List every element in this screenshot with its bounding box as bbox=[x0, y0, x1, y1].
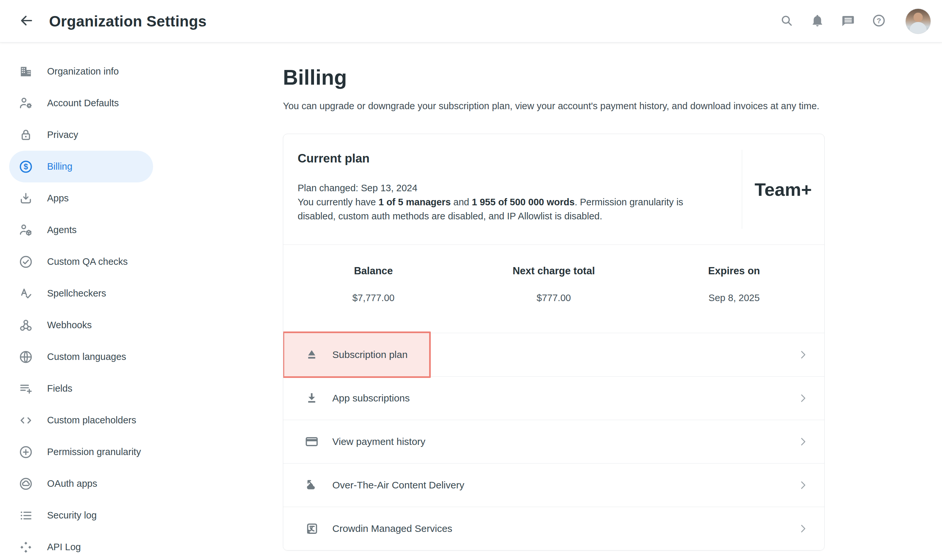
plan-changed-text: Plan changed: Sep 13, 2024 bbox=[298, 181, 722, 195]
row-subscription-plan[interactable]: Subscription plan bbox=[283, 333, 824, 376]
main-layout: Organization info Account Defaults Priva… bbox=[0, 43, 942, 560]
billing-summary: Balance $7,777.00 Next charge total $777… bbox=[283, 245, 824, 333]
back-arrow-icon bbox=[19, 13, 34, 30]
spellcheck-icon bbox=[19, 286, 33, 301]
managers-usage: 1 of 5 managers bbox=[378, 197, 451, 207]
plan-usage-text: You currently have 1 of 5 managers and 1… bbox=[298, 195, 722, 223]
summary-next-charge: Next charge total $777.00 bbox=[464, 265, 644, 333]
sidebar-item-oauth-apps[interactable]: OAuth apps bbox=[9, 468, 153, 500]
plus-circle-icon bbox=[19, 445, 33, 460]
row-label: Over-The-Air Content Delivery bbox=[332, 480, 464, 491]
chevron-right-icon bbox=[797, 392, 809, 404]
sidebar-item-privacy[interactable]: Privacy bbox=[9, 119, 153, 151]
row-crowdin-managed-services[interactable]: Crowdin Managed Services bbox=[283, 507, 824, 550]
sidebar-item-label: OAuth apps bbox=[47, 478, 97, 489]
sidebar-item-label: Organization info bbox=[47, 66, 119, 77]
sidebar-item-permission-granularity[interactable]: Permission granularity bbox=[9, 436, 153, 468]
chevron-right-icon bbox=[797, 349, 809, 360]
sidebar-item-security-log[interactable]: Security log bbox=[9, 500, 153, 531]
svg-text:$: $ bbox=[23, 162, 28, 171]
settings-sidebar: Organization info Account Defaults Priva… bbox=[0, 43, 154, 560]
sidebar-item-webhooks[interactable]: Webhooks bbox=[9, 309, 153, 341]
row-label: Subscription plan bbox=[332, 349, 407, 360]
sidebar-item-custom-qa-checks[interactable]: Custom QA checks bbox=[9, 246, 153, 278]
sidebar-item-label: Webhooks bbox=[47, 320, 92, 331]
webhook-icon bbox=[19, 318, 33, 333]
sidebar-item-agents[interactable]: Agents bbox=[9, 214, 153, 246]
sidebar-item-organization-info[interactable]: Organization info bbox=[9, 55, 153, 87]
cloud-arrow-icon bbox=[304, 478, 319, 493]
summary-label: Balance bbox=[283, 265, 464, 277]
chevron-right-icon bbox=[797, 436, 809, 447]
back-button[interactable] bbox=[16, 11, 36, 31]
sidebar-item-fields[interactable]: Fields bbox=[9, 373, 153, 405]
sidebar-item-label: Spellcheckers bbox=[47, 288, 106, 299]
page-header-title: Organization Settings bbox=[49, 12, 207, 30]
row-label: Crowdin Managed Services bbox=[332, 523, 452, 534]
code-brackets-icon bbox=[19, 413, 33, 428]
sidebar-item-label: Account Defaults bbox=[47, 98, 119, 109]
sidebar-item-label: Custom QA checks bbox=[47, 256, 128, 267]
summary-label: Next charge total bbox=[464, 265, 644, 277]
row-over-the-air-content-delivery[interactable]: Over-The-Air Content Delivery bbox=[283, 463, 824, 507]
lock-icon bbox=[19, 128, 33, 143]
notifications-button[interactable] bbox=[810, 14, 825, 29]
current-plan-title: Current plan bbox=[298, 152, 722, 165]
summary-balance: Balance $7,777.00 bbox=[283, 265, 464, 333]
sidebar-item-spellcheckers[interactable]: Spellcheckers bbox=[9, 278, 153, 309]
top-bar-actions: ? bbox=[779, 9, 931, 34]
person-cube-icon bbox=[19, 223, 33, 238]
sidebar-item-label: Security log bbox=[47, 510, 97, 521]
search-button[interactable] bbox=[779, 14, 794, 29]
top-bar: Organization Settings ? bbox=[0, 0, 942, 43]
svg-text:?: ? bbox=[877, 16, 881, 25]
sidebar-item-apps[interactable]: Apps bbox=[9, 182, 153, 214]
building-icon bbox=[19, 64, 33, 79]
bulleted-list-icon bbox=[19, 508, 33, 523]
words-usage: 1 955 of 500 000 words bbox=[472, 197, 575, 207]
chat-icon bbox=[841, 14, 855, 29]
sidebar-item-custom-placeholders[interactable]: Custom placeholders bbox=[9, 405, 153, 436]
api-diamonds-icon bbox=[19, 540, 33, 555]
page-title: Billing bbox=[283, 65, 942, 89]
page-description: You can upgrade or downgrade your subscr… bbox=[283, 101, 942, 111]
row-view-payment-history[interactable]: View payment history bbox=[283, 420, 824, 463]
cloud-circle-icon bbox=[19, 476, 33, 491]
sidebar-item-api-log[interactable]: API Log bbox=[9, 531, 153, 560]
sidebar-item-custom-languages[interactable]: Custom languages bbox=[9, 341, 153, 373]
upload-icon bbox=[304, 347, 319, 362]
row-label: View payment history bbox=[332, 436, 426, 447]
help-button[interactable]: ? bbox=[871, 14, 886, 29]
dollar-circle-icon: $ bbox=[19, 159, 33, 174]
sidebar-item-label: Privacy bbox=[47, 129, 78, 140]
sidebar-item-billing[interactable]: $ Billing bbox=[9, 151, 153, 182]
row-label: App subscriptions bbox=[332, 392, 410, 404]
plan-badge: Team+ bbox=[742, 150, 824, 229]
person-gear-icon bbox=[19, 96, 33, 111]
sidebar-item-account-defaults[interactable]: Account Defaults bbox=[9, 87, 153, 119]
billing-content: Billing You can upgrade or downgrade you… bbox=[154, 43, 942, 560]
summary-value: $777.00 bbox=[464, 292, 644, 303]
user-avatar[interactable] bbox=[905, 9, 931, 34]
check-circle-icon bbox=[19, 254, 33, 269]
summary-value: $7,777.00 bbox=[283, 292, 464, 303]
download-icon bbox=[304, 391, 319, 406]
list-add-icon bbox=[19, 381, 33, 396]
sidebar-item-label: Billing bbox=[47, 161, 72, 172]
summary-expires: Expires on Sep 8, 2025 bbox=[644, 265, 824, 333]
row-app-subscriptions[interactable]: App subscriptions bbox=[283, 376, 824, 420]
search-icon bbox=[779, 14, 794, 29]
sidebar-item-label: Fields bbox=[47, 383, 72, 394]
plan-name: Team+ bbox=[755, 179, 812, 200]
sidebar-item-label: Permission granularity bbox=[47, 446, 141, 457]
messages-button[interactable] bbox=[840, 14, 856, 29]
sidebar-item-label: Agents bbox=[47, 225, 77, 235]
download-tray-icon bbox=[19, 191, 33, 206]
chevron-right-icon bbox=[797, 523, 809, 534]
current-plan-info: Current plan Plan changed: Sep 13, 2024 … bbox=[283, 134, 742, 245]
notifications-bell-icon bbox=[810, 14, 825, 29]
sidebar-item-label: API Log bbox=[47, 542, 81, 552]
sidebar-item-label: Apps bbox=[47, 193, 69, 204]
help-icon: ? bbox=[872, 14, 886, 29]
translate-icon bbox=[304, 521, 319, 536]
